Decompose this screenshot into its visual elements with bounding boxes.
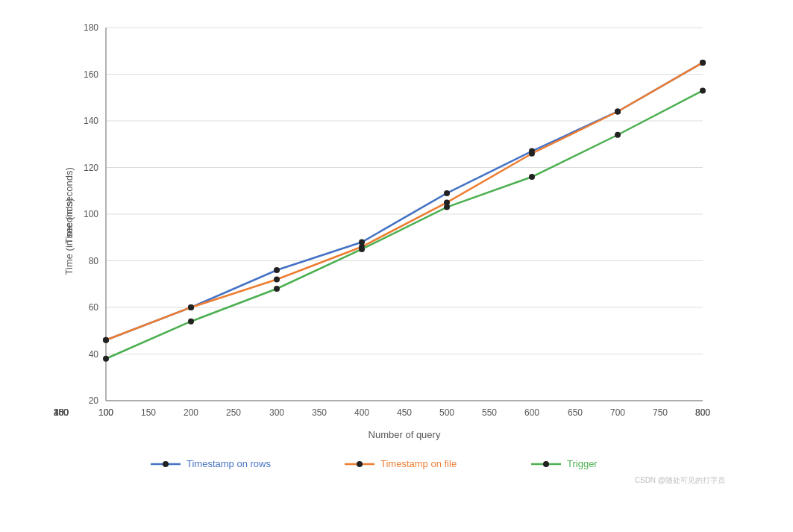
dot xyxy=(615,131,621,137)
legend-dot-trigger xyxy=(543,461,549,467)
legend-dot-file xyxy=(357,461,363,467)
series-timestamp-rows-line xyxy=(106,62,703,339)
x-tick-800: 800 xyxy=(695,407,709,418)
y-axis-label: Time (in seconds) xyxy=(63,229,74,244)
x-tick-750: 750 xyxy=(652,407,667,418)
svg-text:20: 20 xyxy=(88,395,98,406)
x-tick-400: 400 xyxy=(354,407,369,418)
x-tick-300: 300 xyxy=(269,407,283,418)
x-tick-450: 450 xyxy=(396,407,411,418)
x-tick-650: 650 xyxy=(567,407,582,418)
series-timestamp-file-line xyxy=(106,62,703,339)
svg-text:140: 140 xyxy=(83,116,98,126)
svg-text:100: 100 xyxy=(83,209,98,219)
x-axis-label: Number of query xyxy=(368,429,440,440)
dot xyxy=(274,276,280,282)
svg-text:60: 60 xyxy=(88,302,98,313)
dot xyxy=(359,245,365,251)
dot xyxy=(700,59,706,65)
x-tick-350: 350 xyxy=(311,407,326,418)
x-tick-700: 700 xyxy=(609,407,624,418)
dot xyxy=(274,286,280,292)
x-tick-500: 500 xyxy=(439,407,454,418)
x-tick-150: 150 xyxy=(140,407,155,418)
legend-label-file: Timestamp on file xyxy=(380,458,457,469)
x-tick-100: 100 xyxy=(98,407,113,418)
svg-text:40: 40 xyxy=(88,348,98,359)
dot xyxy=(188,304,194,310)
dot xyxy=(615,108,621,114)
dot xyxy=(444,204,450,210)
chart-container: Time (in seconds) Time (in seconds) 20 4… xyxy=(24,20,770,513)
dot xyxy=(274,267,280,273)
x-tick-550: 550 xyxy=(481,407,496,418)
svg-text:180: 180 xyxy=(83,22,98,33)
svg-text:400: 400 xyxy=(53,407,68,418)
dot xyxy=(444,190,450,195)
x-tick-250: 250 xyxy=(225,407,240,418)
legend-dot-rows xyxy=(163,461,169,467)
svg-text:120: 120 xyxy=(83,162,98,172)
legend-label-trigger: Trigger xyxy=(567,458,598,469)
dot xyxy=(529,150,535,156)
x-tick-200: 200 xyxy=(183,407,198,418)
svg-text:160: 160 xyxy=(83,69,98,79)
y-axis: 20 40 60 80 100 120 140 160 180 xyxy=(83,22,702,406)
dot xyxy=(529,174,535,180)
dot xyxy=(103,337,109,342)
dot xyxy=(700,87,706,93)
x-tick-600: 600 xyxy=(524,407,539,418)
svg-text:80: 80 xyxy=(88,255,98,266)
dot xyxy=(103,355,109,361)
legend-label-rows: Timestamp on rows xyxy=(187,458,271,469)
dot xyxy=(188,318,194,324)
watermark: CSDN @随处可见的打字员 xyxy=(634,476,724,484)
